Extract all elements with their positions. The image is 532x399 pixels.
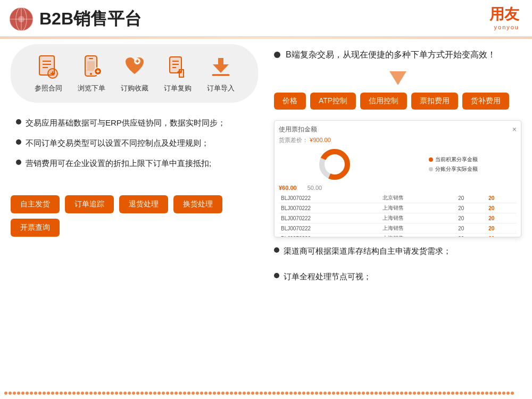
- decoration-dot: [174, 392, 178, 395]
- decoration-dot: [409, 392, 412, 395]
- decoration-dot: [417, 392, 420, 395]
- decoration-dot: [251, 392, 254, 395]
- decoration-dot: [247, 392, 250, 395]
- decoration-dot: [81, 392, 84, 395]
- mock-ui-dialog: 使用票扣金额 × 货票差价： ¥900.00 当前积累分享金额: [274, 120, 521, 237]
- mock-subtitle-value: ¥900.00: [310, 137, 331, 143]
- contract-icon: [35, 54, 62, 80]
- import-icon: [207, 54, 234, 80]
- decoration-dot: [455, 392, 459, 395]
- decoration-dot: [400, 392, 403, 395]
- decoration-dot: [157, 392, 161, 395]
- decoration-dot: [375, 392, 378, 395]
- decoration-dot: [85, 392, 88, 395]
- decoration-dot: [13, 392, 16, 395]
- decoration-dot: [51, 392, 54, 395]
- left-column: 参照合同 浏览下单: [11, 44, 269, 374]
- decoration-dot: [481, 392, 484, 395]
- bullet-dot-1: [16, 139, 21, 145]
- yonyou-logo: 用友 yonyou: [489, 7, 519, 31]
- decoration-dot: [234, 392, 237, 395]
- decoration-dot: [268, 392, 271, 395]
- right-bottom-bullets: 渠道商可根据渠道库存结构自主申请发货需求； 订单全程处理节点可视；: [274, 245, 521, 290]
- decoration-dot: [26, 392, 29, 395]
- decoration-dot: [55, 392, 59, 395]
- globe-logo-icon: [9, 6, 34, 32]
- tag-credit[interactable]: 信用控制: [360, 93, 407, 110]
- cell-available: 20: [456, 213, 486, 223]
- decoration-dot: [77, 392, 80, 395]
- right-bullet-item-1: 订单全程处理节点可视；: [274, 270, 521, 283]
- decoration-dot: [34, 392, 37, 395]
- table-row: BLJ0070222 上海销售 20 20: [279, 223, 517, 234]
- legend-item-0: 当前积累分享金额: [429, 156, 478, 163]
- decoration-dot: [370, 392, 373, 395]
- decoration-dot: [294, 392, 297, 395]
- tag-goods[interactable]: 货补费用: [462, 93, 509, 110]
- decoration-dot: [115, 392, 118, 395]
- decoration-dot: [379, 392, 382, 395]
- btn-tracking[interactable]: 订单追踪: [65, 195, 114, 213]
- svg-point-5: [18, 16, 24, 22]
- mock-donut-area: 当前积累分享金额 分账分享实际金额: [279, 147, 517, 181]
- decoration-dot: [498, 392, 501, 395]
- decoration-dot: [404, 392, 408, 395]
- decoration-dot: [281, 392, 284, 395]
- decoration-dot: [170, 392, 173, 395]
- tag-price[interactable]: 价格: [274, 93, 306, 110]
- btn-invoice[interactable]: 开票查询: [11, 219, 60, 237]
- bullet-dot-2: [16, 160, 21, 165]
- table-row: BLJ0070222 上海销售 20 20: [279, 213, 517, 223]
- right-bullet-item-0: 渠道商可根据渠道库存结构自主申请发货需求；: [274, 245, 521, 257]
- cell-type: 北京销售: [380, 193, 456, 203]
- cell-id: BLJ0070222: [279, 234, 380, 238]
- decoration-dot: [123, 392, 127, 395]
- btn-return[interactable]: 退货处理: [119, 195, 168, 213]
- cell-available: 20: [456, 193, 486, 203]
- icon-item-favorite: 订购收藏: [121, 54, 148, 93]
- decoration-dot: [460, 392, 463, 395]
- decoration-dot: [128, 392, 131, 395]
- decoration-dot: [204, 392, 207, 395]
- cell-amount: 20: [486, 203, 517, 213]
- tag-ticket[interactable]: 票扣费用: [411, 93, 458, 110]
- decoration-dot: [358, 392, 361, 395]
- tag-atp[interactable]: ATP控制: [310, 93, 356, 110]
- btn-shipment[interactable]: 自主发货: [11, 195, 60, 213]
- decoration-dot: [302, 392, 305, 395]
- decoration-dot: [4, 392, 7, 395]
- svg-point-38: [328, 158, 341, 171]
- action-button-row: 自主发货 订单追踪 退货处理 换货处理 开票查询: [11, 195, 258, 237]
- right-bullet-dot-1: [274, 273, 279, 278]
- mock-subtitle-label: 货票差价：: [279, 137, 308, 143]
- icon-label-browse: 浏览下单: [78, 84, 105, 93]
- bullet-text-0: 交易应用基础数据可与ERP供应链协同，数据实时同步；: [26, 117, 226, 129]
- header-divider: [0, 37, 532, 39]
- decoration-dot: [192, 392, 195, 395]
- decoration-dot: [145, 392, 148, 395]
- right-bullet-dot: [274, 52, 280, 58]
- decoration-dot: [349, 392, 352, 395]
- close-icon[interactable]: ×: [512, 125, 517, 134]
- decoration-dot: [21, 392, 24, 395]
- cell-id: BLJ0070222: [279, 223, 380, 234]
- decoration-dot: [106, 392, 110, 395]
- left-bullet-section: 交易应用基础数据可与ERP供应链协同，数据实时同步； 不同订单交易类型可以设置不…: [11, 111, 258, 182]
- legend-label-0: 当前积累分享金额: [435, 156, 478, 163]
- decoration-dot: [64, 392, 67, 395]
- decoration-dot: [47, 392, 50, 395]
- legend-dot-orange: [429, 157, 433, 162]
- decoration-dot: [306, 392, 310, 395]
- decoration-dot: [43, 392, 46, 395]
- cell-available: 20: [456, 203, 486, 213]
- decoration-dot: [464, 392, 467, 395]
- decoration-dot: [140, 392, 144, 395]
- decoration-dot: [396, 392, 399, 395]
- btn-exchange[interactable]: 换货处理: [173, 195, 222, 213]
- legend-item-1: 分账分享实际金额: [429, 165, 478, 173]
- cell-amount: 20: [486, 234, 517, 238]
- decoration-dot: [264, 392, 267, 395]
- decoration-dot: [221, 392, 225, 395]
- svg-point-17: [90, 73, 92, 75]
- decoration-dot: [72, 392, 76, 395]
